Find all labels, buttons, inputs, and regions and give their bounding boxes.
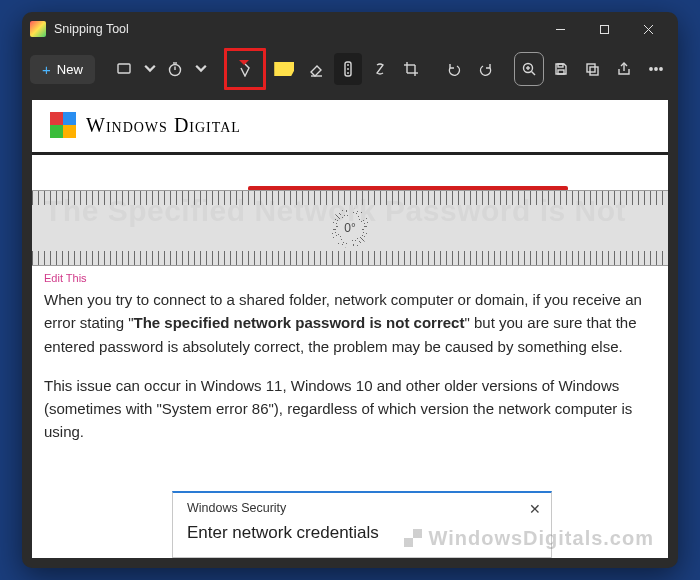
delay-button[interactable] [162, 53, 190, 85]
svg-line-18 [531, 72, 535, 76]
copy-button[interactable] [579, 53, 607, 85]
snip-mode-button[interactable] [110, 53, 138, 85]
maximize-button[interactable] [582, 14, 626, 44]
plus-icon: + [42, 61, 51, 78]
edit-this-link[interactable]: Edit This [44, 272, 87, 284]
svg-rect-4 [118, 64, 130, 73]
ruler-button[interactable] [334, 53, 362, 85]
pen-tool-highlight [224, 48, 266, 90]
app-icon [30, 21, 46, 37]
ruler-overlay[interactable]: 0° [32, 190, 668, 266]
dialog-close-button[interactable]: ✕ [529, 501, 541, 517]
canvas-area[interactable]: Windows Digital The Specified Network Pa… [32, 100, 668, 558]
watermark-icon [404, 529, 422, 547]
new-label: New [57, 62, 83, 77]
ballpoint-pen-button[interactable] [229, 53, 261, 85]
svg-rect-23 [587, 64, 595, 72]
zoom-button[interactable] [515, 53, 543, 85]
toolbar: + New [22, 46, 678, 92]
window-title: Snipping Tool [54, 22, 129, 36]
page-header: Windows Digital [32, 100, 668, 148]
delay-chevron[interactable] [193, 53, 209, 85]
svg-point-27 [655, 68, 657, 70]
highlighter-icon [274, 62, 294, 76]
site-title: Windows Digital [86, 114, 241, 137]
header-divider [32, 152, 668, 155]
snipping-tool-window: Snipping Tool + New [22, 12, 678, 568]
titlebar: Snipping Tool [22, 12, 678, 46]
touch-writing-button[interactable] [366, 53, 394, 85]
svg-rect-24 [590, 67, 598, 75]
ruler-angle-label: 0° [344, 221, 355, 235]
svg-rect-21 [558, 70, 564, 74]
redo-button[interactable] [472, 53, 500, 85]
save-button[interactable] [547, 53, 575, 85]
svg-point-26 [650, 68, 652, 70]
eraser-button[interactable] [302, 53, 330, 85]
close-button[interactable] [626, 14, 670, 44]
undo-button[interactable] [440, 53, 468, 85]
crop-button[interactable] [398, 53, 426, 85]
svg-rect-1 [600, 25, 608, 33]
new-snip-button[interactable]: + New [30, 55, 95, 84]
minimize-button[interactable] [538, 14, 582, 44]
share-button[interactable] [610, 53, 638, 85]
highlighter-button[interactable] [270, 53, 298, 85]
article-body: When you try to connect to a shared fold… [44, 288, 668, 460]
watermark: WindowsDigitals.com [404, 527, 654, 550]
svg-rect-22 [558, 64, 563, 67]
more-button[interactable] [642, 53, 670, 85]
svg-point-28 [660, 68, 662, 70]
dialog-title: Windows Security [187, 501, 537, 515]
site-logo-icon [50, 112, 76, 138]
snip-mode-chevron[interactable] [142, 53, 158, 85]
